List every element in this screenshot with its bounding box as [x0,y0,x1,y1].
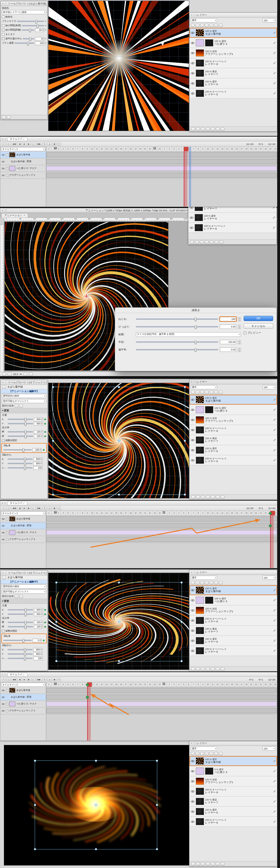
blend-mode-select[interactable]: 通常▾ [191,18,217,22]
layer-visibility-icon[interactable] [191,779,195,783]
remove-select-icon[interactable] [19,404,23,407]
layer-row[interactable]: 0 % 通常 べた塗り 3 [190,766,277,776]
transform-handle[interactable] [180,660,183,662]
timeline-track[interactable]: まばら集中線 : 変形 [0,158,46,165]
collapse-icon[interactable]: □ [5,572,6,574]
panel-titlebar[interactable]: × □ ツールプロパティ[オブジェクト] [1,571,47,576]
transform-handle[interactable] [34,804,36,806]
panel-titlebar[interactable]: × □ タイムライン [0,672,277,677]
close-icon[interactable]: × [191,742,192,745]
option-checkbox[interactable]: ✓ [2,37,5,40]
layer-row[interactable]: 100 % 乗算 レイヤー 7 [190,797,277,807]
new-folder-icon[interactable] [201,127,205,131]
prev-frame-button[interactable]: ◀ [18,506,21,510]
expand-icon[interactable]: + [6,703,8,705]
param-value[interactable]: 800.0 [34,608,43,612]
keyframe-diamond-icon[interactable]: ◆ [43,639,45,642]
track-visibility-icon[interactable] [2,695,5,699]
clip-bar[interactable] [46,702,277,706]
layer-row[interactable]: 100 % 通常 レイヤー 6 [190,636,277,646]
panel-titlebar[interactable]: × □ タイムライン [0,501,277,505]
skip-last-button[interactable]: ▶▶ [36,142,42,146]
clip-bar[interactable] [46,173,277,178]
add-keyframe-button[interactable]: ◆ [53,506,56,510]
document-tab[interactable]: アニメーション × [1,213,28,218]
guide-icon[interactable] [214,391,218,394]
close-icon[interactable]: × [191,381,192,383]
param-slider[interactable] [8,626,33,627]
delete-layer-icon[interactable] [221,127,224,131]
keep-aspect-checkbox[interactable]: ✓ [2,439,5,442]
pin-icon[interactable] [191,581,195,584]
layer-mask-icon[interactable] [215,241,219,244]
selectable-object-select[interactable]: 選択可能なオブジェクト▾ [2,399,46,403]
layer-visibility-icon[interactable] [191,810,195,814]
transform-handle[interactable] [180,581,183,584]
rotation-value[interactable]: 0.0 [32,639,42,642]
param-slider[interactable] [8,653,32,655]
keyframe-diamond-icon[interactable]: ◆ [44,621,46,624]
track-visibility-icon[interactable] [2,517,5,521]
layer-visibility-icon[interactable] [191,629,195,633]
timeline-track[interactable]: +べた塗り 3 : マスク [0,529,46,536]
transform-handle[interactable] [184,386,186,388]
blend-mode-select[interactable]: 通常▾ [191,385,217,389]
magnet-icon[interactable]: ◇ [6,142,10,146]
layer-visibility-icon[interactable] [191,639,195,643]
expand-icon[interactable]: + [6,710,8,712]
timeline-tab[interactable]: タイムライン [7,673,27,677]
timeline-tab[interactable]: タイムライン [7,501,27,505]
lock-icon[interactable] [200,752,204,755]
prev-frame-button[interactable]: ◀ [18,142,21,146]
skip-first-button[interactable]: ◀◀ [11,506,17,510]
close-icon[interactable]: × [2,502,3,504]
layer-visibility-icon[interactable] [191,418,195,422]
option-slider[interactable] [22,29,34,31]
layer-mask-icon[interactable] [216,495,220,499]
opacity-field[interactable]: 100▾ [262,385,276,389]
keyframe-diamond-icon[interactable]: ◆ [44,613,46,616]
transparency-operation-select[interactable]: 透明箇所の操作▾ [2,394,46,398]
collapse-icon[interactable]: □ [5,381,6,384]
collapse-icon[interactable]: □ [194,742,195,745]
canvas-transform-squashed[interactable] [48,573,189,670]
playhead[interactable] [270,511,274,568]
clip-bar[interactable] [46,688,277,693]
next-frame-button[interactable]: ▷ [32,678,35,682]
transform-handle[interactable] [180,621,183,623]
collapse-icon[interactable]: □ [194,381,195,383]
layer-row[interactable]: 100 % 通常 べた塗り 3 [190,405,277,415]
close-icon[interactable]: × [191,14,192,17]
panel-titlebar[interactable]: × □ ツールプロパティ[まばら集中線] [1,1,47,6]
layer-row[interactable]: 100 % 通常 まばら集中線 [190,395,277,405]
menu-icon[interactable]: ≡ [2,506,6,510]
rotation-slider[interactable] [3,449,32,451]
timeline-ruler[interactable]: 1234567891011121314151617181920212223241… [46,511,277,516]
blend-to-below-icon[interactable] [191,127,195,131]
stepper[interactable]: ▲▼ [238,325,241,329]
layer-row[interactable]: 100 % 乗算 レイヤー 7 [190,435,277,445]
field-slider[interactable] [136,326,218,327]
timeline-track[interactable]: +グラデーションマップ 1 [0,708,46,714]
timeline-select[interactable]: タイムライン1▾ [1,511,45,515]
track-visibility-icon[interactable] [2,538,5,541]
magnet-icon[interactable]: ◇ [6,506,10,510]
clip-bar[interactable] [46,152,277,157]
settings-icon[interactable]: ▾ [57,506,61,510]
clip-bar[interactable] [46,159,277,164]
new-layer-icon[interactable] [195,241,199,244]
layer-visibility-icon[interactable] [191,81,195,86]
transform-handle[interactable] [156,804,158,806]
layer-visibility-icon[interactable] [191,51,195,55]
stop-button[interactable]: ■ [22,678,26,682]
layer-visibility-icon[interactable] [191,71,195,75]
field-input[interactable]: 100.00 [220,340,236,344]
param-slider[interactable] [8,436,33,437]
layer-row[interactable]: 100 % オーバーレイ レイヤー 8 [190,616,277,626]
skip-first-button[interactable]: ◀◀ [11,678,17,682]
transfer-layer-icon[interactable] [205,241,208,244]
skip-last-button[interactable]: ▶▶ [36,506,42,510]
transform-handle[interactable] [34,760,36,762]
next-frame-button[interactable]: ▷ [32,506,35,510]
field-input[interactable]: -180 [220,317,236,321]
